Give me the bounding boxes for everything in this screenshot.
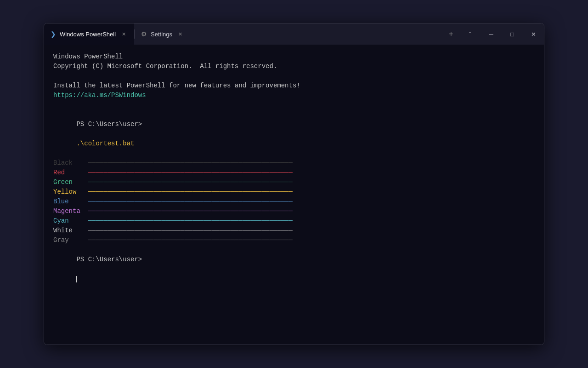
tab-settings-close[interactable]: ✕	[176, 30, 184, 38]
command-text-1: .\colortest.bat	[76, 140, 134, 147]
tab-powershell-close[interactable]: ✕	[119, 30, 128, 38]
terminal-line-1: Windows PowerShell	[53, 52, 535, 62]
color-row-green: Green ──────────────────────────────────…	[53, 178, 535, 187]
terminal-line-empty-1	[53, 71, 535, 81]
terminal-line-4: Install the latest PowerShell for new fe…	[53, 81, 535, 91]
cursor	[76, 276, 77, 282]
terminal-prompt-2: PS C:\Users\user>	[53, 245, 535, 293]
prompt-text-2: PS C:\Users\user>	[76, 256, 142, 263]
settings-icon: ⚙	[141, 30, 147, 38]
terminal-line-2: Copyright (C) Microsoft Corporation. All…	[53, 62, 535, 71]
minimize-button[interactable]: ─	[481, 23, 502, 45]
tab-powershell-label: Windows PowerShell	[60, 31, 116, 38]
tab-settings[interactable]: ⚙ Settings ✕	[135, 23, 191, 45]
terminal-line-5: https://aka.ms/PSWindows	[53, 91, 535, 100]
color-row-gray: Gray ───────────────────────────────────…	[53, 236, 535, 245]
new-tab-button[interactable]: +	[443, 23, 459, 45]
color-row-black: Black ──────────────────────────────────…	[53, 158, 535, 168]
maximize-button[interactable]: □	[502, 23, 523, 45]
terminal-line-empty-2	[53, 100, 535, 110]
color-row-cyan: Cyan ───────────────────────────────────…	[53, 216, 535, 226]
color-row-yellow: Yellow ─────────────────────────────────…	[53, 187, 535, 197]
tab-settings-label: Settings	[151, 31, 172, 38]
title-bar-controls: + ˅ ─ □ ✕	[443, 23, 544, 45]
terminal-body[interactable]: Windows PowerShell Copyright (C) Microso…	[44, 45, 544, 345]
color-row-magenta: Magenta ────────────────────────────────…	[53, 207, 535, 216]
close-button[interactable]: ✕	[523, 23, 544, 45]
tab-powershell[interactable]: ❯ Windows PowerShell ✕	[44, 23, 134, 45]
terminal-window: ❯ Windows PowerShell ✕ ⚙ Settings ✕ + ˅ …	[44, 23, 544, 345]
powershell-icon: ❯	[51, 30, 56, 38]
color-row-red: Red ────────────────────────────────────…	[53, 168, 535, 178]
prompt-text-1: PS C:\Users\user>	[76, 121, 142, 128]
color-row-white: White ──────────────────────────────────…	[53, 226, 535, 236]
color-rows: Black ──────────────────────────────────…	[53, 158, 535, 245]
color-row-blue: Blue ───────────────────────────────────…	[53, 197, 535, 207]
terminal-prompt-1: PS C:\Users\user> .\colortest.bat	[53, 110, 535, 158]
title-bar: ❯ Windows PowerShell ✕ ⚙ Settings ✕ + ˅ …	[44, 23, 544, 45]
dropdown-button[interactable]: ˅	[459, 23, 481, 45]
